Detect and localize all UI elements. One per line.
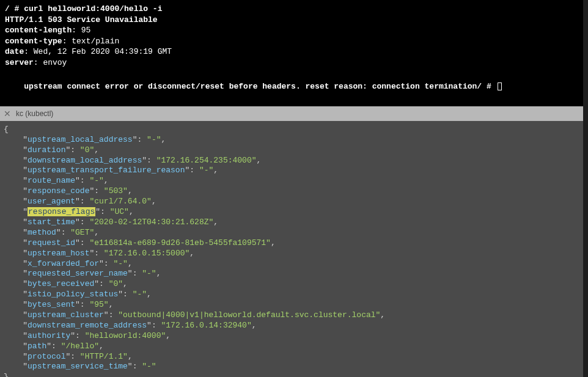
json-row: "upstream_transport_failure_reason": "-"… (4, 166, 584, 176)
json-row: "upstream_host": "172.16.0.15:5000", (4, 249, 584, 259)
json-key: user_agent (28, 197, 75, 206)
json-row: "route_name": "-", (4, 176, 584, 186)
json-key: upstream_cluster (28, 310, 104, 320)
json-value: "e116814a-e689-9d26-81eb-5455fa109571" (89, 238, 270, 247)
json-value: "curl/7.64.0" (89, 197, 151, 206)
json-row: "duration": "0", (4, 145, 584, 156)
json-row: "istio_policy_status": "-", (4, 290, 584, 300)
json-row: "requested_server_name": "-", (4, 269, 584, 279)
json-value: "172.16.0.14:32940" (161, 321, 251, 330)
json-value: "-" (133, 290, 147, 299)
json-value: "503" (104, 186, 128, 196)
terminal-cmd: / # curl helloworld:4000/hello -i (5, 4, 583, 15)
json-value: "-" (199, 166, 213, 175)
json-value: "2020-02-12T04:30:21.628Z" (89, 218, 213, 227)
json-body: "upstream_local_address": "-", "duration… (4, 135, 584, 372)
terminal-header-line: content-type: text/plain (5, 36, 583, 47)
json-key: authority (28, 331, 70, 340)
json-row: "response_code": "503", (4, 186, 584, 197)
json-value: "0" (109, 279, 123, 288)
terminal-error: upstream connect error or disconnect/res… (5, 70, 583, 103)
json-key: upstream_transport_failure_reason (28, 166, 185, 175)
json-value: "GET" (70, 228, 94, 237)
json-key: duration (28, 145, 65, 155)
json-key: route_name (28, 176, 75, 185)
json-key: downstream_remote_address (28, 321, 147, 330)
json-key: protocol (28, 352, 65, 361)
json-value: "-" (142, 269, 156, 278)
terminal-header-line: server: envoy (5, 57, 583, 68)
json-value: "172.16.254.235:4000" (156, 156, 257, 165)
terminal-header-line: content-length: 95 (5, 25, 583, 36)
json-open-brace: { (4, 125, 9, 134)
json-value: "helloworld:4000" (85, 331, 166, 340)
json-key: bytes_received (28, 279, 94, 288)
json-row: "downstream_remote_address": "172.16.0.1… (4, 321, 584, 331)
json-value: "-" (113, 259, 127, 268)
json-key: response_flags (28, 207, 95, 216)
json-key: method (28, 228, 56, 237)
json-value: "-" (147, 135, 161, 144)
json-value: "95" (89, 300, 108, 309)
json-value: "0" (80, 145, 94, 155)
json-row: "method": "GET", (4, 228, 584, 238)
json-close-brace: } (4, 372, 9, 377)
json-value: "-" (142, 362, 156, 371)
json-row: "user_agent": "curl/7.64.0", (4, 197, 584, 207)
json-value: "172.16.0.15:5000" (104, 249, 189, 258)
tab-title[interactable]: kc (kubectl) (16, 109, 53, 118)
json-row: "x_forwarded_for": "-", (4, 259, 584, 269)
json-row: "response_flags": "UC", (4, 207, 584, 218)
json-key: upstream_local_address (28, 135, 133, 144)
json-key: response_code (28, 186, 89, 196)
json-row: "downstream_local_address": "172.16.254.… (4, 156, 584, 166)
terminal-status: HTTP/1.1 503 Service Unavailable (5, 15, 583, 26)
json-row: "start_time": "2020-02-12T04:30:21.628Z"… (4, 218, 584, 228)
json-value: "-" (89, 176, 103, 185)
json-row: "upstream_service_time": "-" (4, 362, 584, 372)
json-value: "/hello" (61, 342, 99, 351)
cursor-icon (498, 82, 502, 90)
json-key: downstream_local_address (28, 156, 142, 165)
close-icon[interactable]: ✕ (4, 109, 11, 119)
json-key: start_time (28, 218, 75, 227)
json-key: bytes_sent (28, 300, 75, 309)
json-key: istio_policy_status (28, 290, 118, 299)
json-row: "path": "/hello", (4, 342, 584, 352)
json-value: "UC" (110, 207, 129, 216)
json-row: "protocol": "HTTP/1.1", (4, 352, 584, 362)
json-key: request_id (28, 238, 75, 247)
json-row: "authority": "helloworld:4000", (4, 331, 584, 342)
terminal-header-line: date: Wed, 12 Feb 2020 04:39:19 GMT (5, 46, 583, 57)
json-row: "upstream_local_address": "-", (4, 135, 584, 145)
json-key: x_forwarded_for (28, 259, 99, 268)
json-key: requested_server_name (28, 269, 128, 278)
json-row: "upstream_cluster": "outbound|4000|v1|he… (4, 310, 584, 321)
json-key: path (28, 342, 46, 351)
json-value: "outbound|4000|v1|helloworld.default.svc… (118, 310, 380, 320)
json-key: upstream_host (28, 249, 89, 258)
json-key: upstream_service_time (28, 362, 128, 371)
json-value: "HTTP/1.1" (80, 352, 128, 361)
terminal-headers: content-length: 95content-type: text/pla… (5, 25, 583, 68)
json-panel[interactable]: { "upstream_local_address": "-", "durati… (0, 121, 588, 377)
tab-bar: ✕ kc (kubectl) (0, 106, 588, 121)
top-terminal[interactable]: / # curl helloworld:4000/hello -i HTTP/1… (0, 0, 588, 106)
json-row: "bytes_received": "0", (4, 279, 584, 290)
right-strip (583, 0, 588, 377)
json-row: "request_id": "e116814a-e689-9d26-81eb-5… (4, 238, 584, 249)
json-row: "bytes_sent": "95", (4, 300, 584, 310)
